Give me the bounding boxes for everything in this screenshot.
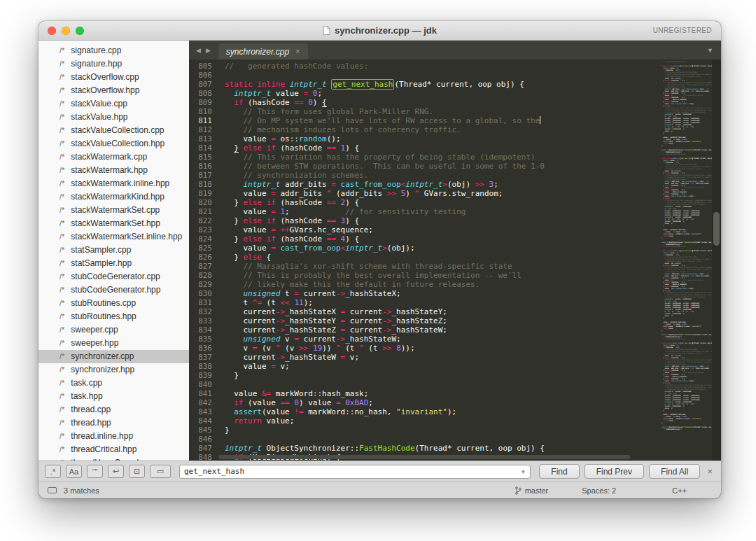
find-input[interactable] (179, 465, 531, 479)
tab-nav-forward-icon[interactable]: ▶ (206, 47, 211, 54)
sidebar-item[interactable]: /*threadCritical.hpp (38, 443, 189, 456)
minimap[interactable]: // generated hashCode values:static inli… (662, 59, 712, 461)
code-line[interactable]: intptr_t value = 0; (225, 89, 662, 98)
code-line[interactable]: // synchronization schemes. (225, 171, 662, 180)
sidebar-item[interactable]: /*task.hpp (38, 390, 189, 403)
sidebar-item[interactable]: /*thread.hpp (38, 416, 189, 430)
code-line[interactable]: value = 1; // for sensitivity testing (225, 207, 662, 216)
sidebar-item[interactable]: /*statSampler.cpp (38, 244, 189, 257)
syntax-indicator[interactable]: C++ (672, 486, 687, 495)
code-line[interactable]: } (225, 371, 662, 380)
horizontal-scrollbar[interactable] (218, 454, 661, 460)
code-line[interactable]: assert(value != markWord::no_hash, "inva… (225, 407, 662, 416)
sidebar-item[interactable]: /*sweeper.cpp (38, 323, 189, 337)
sidebar-item[interactable]: /*stackWatermarkKind.hpp (38, 190, 189, 204)
indentation-indicator[interactable]: Spaces: 2 (582, 486, 616, 495)
code-line[interactable]: if (value == 0) value = 0xBAD; (225, 398, 662, 407)
sidebar-item[interactable]: /*stubCodeGenerator.cpp (38, 270, 189, 283)
sidebar-item[interactable]: /*stackWatermark.cpp (38, 150, 189, 164)
code-line[interactable]: value &= markWord::hash_mask; (225, 389, 662, 398)
code-line[interactable]: current->_hashStateX = current->_hashSta… (225, 307, 662, 316)
in-selection-toggle[interactable]: ⊡ (129, 465, 145, 478)
code-line[interactable]: } (225, 426, 662, 435)
code-line[interactable]: current->_hashStateZ = current->_hashSta… (225, 325, 662, 335)
sidebar-item[interactable]: /*sweeper.hpp (38, 337, 189, 350)
sidebar-item[interactable]: /*stackWatermarkSet.hpp (38, 217, 189, 230)
code-line[interactable]: v = (v ^ (v >> 19)) ^ (t ^ (t >> 8)); (225, 344, 662, 353)
git-branch-indicator[interactable]: master (515, 486, 549, 495)
code-line[interactable] (225, 71, 662, 80)
code-line[interactable]: // generated hashCode values: (225, 62, 662, 71)
minimize-window-button[interactable] (62, 27, 70, 35)
sidebar-item[interactable]: /*stackOverflow.cpp (38, 71, 189, 84)
sidebar-file-list[interactable]: /*signature.cpp/*signature.hpp/*stackOve… (38, 41, 189, 461)
sidebar-item[interactable]: /*stubRoutines.cpp (38, 297, 189, 310)
sidebar-item[interactable]: /*stackWatermarkSet.cpp (38, 204, 189, 217)
code-line[interactable]: t ^= (t << 11); (225, 298, 662, 307)
panel-toggle-icon[interactable] (48, 487, 57, 493)
close-window-button[interactable] (48, 27, 56, 35)
find-bar-close-icon[interactable]: × (705, 466, 715, 477)
code-line[interactable]: static inline intptr_t get_next_hash(Thr… (225, 80, 662, 89)
code-line[interactable] (225, 380, 662, 389)
code-line[interactable]: // between STW operations. This can be u… (225, 162, 662, 171)
zoom-window-button[interactable] (76, 27, 84, 35)
code-line[interactable]: } else { (225, 253, 662, 262)
code-line[interactable]: } else if (hashCode == 2) { (225, 198, 662, 207)
code-line[interactable]: // This form uses global Park-Miller RNG… (225, 107, 662, 116)
code-line[interactable]: } else if (hashCode == 4) { (225, 234, 662, 244)
code-line[interactable]: // This variation has the property of be… (225, 153, 662, 162)
tab-overflow-icon[interactable]: ▼ (707, 47, 721, 54)
tab-synchronizer-cpp[interactable]: synchronizer.cpp × (218, 43, 308, 59)
find-prev-button[interactable]: Find Prev (584, 464, 644, 479)
sidebar-item[interactable]: /*stackWatermark.inline.hpp (38, 177, 189, 190)
sidebar-item[interactable]: /*stackValue.cpp (38, 97, 189, 111)
sidebar-item[interactable]: /*signature.cpp (38, 44, 189, 57)
vertical-scrollbar[interactable] (712, 59, 721, 461)
tab-nav-back-icon[interactable]: ◀ (196, 47, 201, 54)
code-line[interactable]: value = ++GVars.hc_sequence; (225, 225, 662, 234)
sidebar-item[interactable]: /*stackOverflow.hpp (38, 84, 189, 97)
find-history-dropdown-icon[interactable]: ▼ (520, 469, 526, 475)
sidebar-item[interactable]: /*statSampler.hpp (38, 257, 189, 270)
editor[interactable]: 8058068078088098108118128138148158168178… (189, 59, 721, 461)
horizontal-scrollbar-thumb[interactable] (218, 455, 630, 459)
sidebar-item[interactable]: /*stackValueCollection.hpp (38, 137, 189, 150)
sidebar-item[interactable]: /*stubRoutines.hpp (38, 310, 189, 323)
code-line[interactable]: current->_hashStateY = current->_hashSta… (225, 316, 662, 325)
regex-toggle[interactable]: .* (45, 465, 61, 478)
sidebar-item[interactable]: /*stubCodeGenerator.hpp (38, 283, 189, 297)
code-line[interactable]: intptr_t ObjectSynchronizer::FastHashCod… (225, 444, 662, 453)
sidebar-item[interactable]: /*synchronizer.hpp (38, 363, 189, 377)
code-line[interactable]: value = os::random(); (225, 134, 662, 143)
code-line[interactable]: if (hashCode == 0) { (225, 98, 662, 107)
code-line[interactable] (225, 435, 662, 444)
code-line[interactable]: unsigned t = current->_hashStateX; (225, 289, 662, 298)
vertical-scrollbar-thumb[interactable] (713, 212, 720, 246)
code-line[interactable]: // mechanism induces lots of coherency t… (225, 125, 662, 134)
code-line[interactable]: intptr_t addr_bits = cast_from_oop<intpt… (225, 180, 662, 189)
sidebar-item[interactable]: /*thread.cpp (38, 403, 189, 416)
sidebar-item[interactable]: /*task.cpp (38, 377, 189, 390)
sidebar-item[interactable]: /*stackValueCollection.cpp (38, 124, 189, 137)
wrap-toggle[interactable]: ↩ (108, 465, 124, 478)
sidebar-item[interactable]: /*stackWatermark.hpp (38, 164, 189, 177)
code-line[interactable]: value = v; (225, 362, 662, 371)
tab-close-icon[interactable]: × (295, 48, 300, 55)
whole-word-toggle[interactable]: “” (87, 465, 103, 478)
code-line[interactable]: unsigned v = current->_hashStateW; (225, 335, 662, 344)
code-line[interactable]: current->_hashStateW = v; (225, 353, 662, 362)
code-lines[interactable]: // generated hashCode values:static inli… (218, 59, 662, 461)
sidebar-item[interactable]: /*thread.inline.hpp (38, 430, 189, 443)
code-line[interactable]: value = cast_from_oop<intptr_t>(obj); (225, 244, 662, 253)
code-line[interactable]: // On MP system we'll have lots of RW ac… (225, 116, 662, 125)
code-line[interactable]: } else if (hashCode == 3) { (225, 216, 662, 225)
sidebar-item[interactable]: /*synchronizer.cpp (38, 350, 189, 363)
code-line[interactable]: return value; (225, 416, 662, 426)
sidebar-item[interactable]: /*stackValue.hpp (38, 111, 189, 124)
find-all-button[interactable]: Find All (649, 464, 700, 479)
case-sensitive-toggle[interactable]: Aa (66, 465, 82, 478)
highlight-matches-toggle[interactable]: ▭ (150, 465, 171, 478)
code-line[interactable]: value = addr_bits ^ (addr_bits >> 5) ^ G… (225, 189, 662, 198)
sidebar-item[interactable]: /*stackWatermarkSet.inline.hpp (38, 230, 189, 244)
